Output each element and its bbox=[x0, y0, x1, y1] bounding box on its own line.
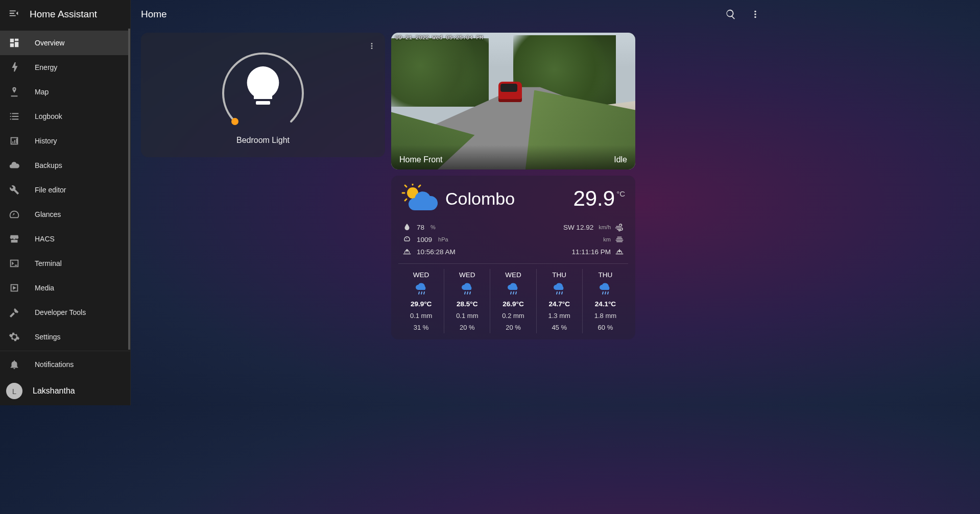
sidebar-item-label: Developer Tools bbox=[35, 308, 86, 316]
sidebar-item-label: Notifications bbox=[35, 360, 74, 369]
humidity-icon bbox=[402, 223, 412, 232]
sidebar-item-logbook[interactable]: Logbook bbox=[0, 104, 128, 129]
light-card[interactable]: Bedroom Light bbox=[141, 33, 385, 157]
sidebar-item-file-editor[interactable]: File editor bbox=[0, 178, 128, 202]
play-box-icon bbox=[8, 282, 20, 293]
forecast-humidity: 20 % bbox=[445, 324, 489, 331]
forecast-temp: 26.9°C bbox=[491, 300, 535, 308]
dashboard-col-1: Bedroom Light bbox=[141, 33, 385, 157]
rainy-icon bbox=[445, 283, 489, 296]
sidebar-item-label: Settings bbox=[35, 333, 61, 341]
forecast-humidity: 31 % bbox=[399, 324, 443, 331]
list-icon bbox=[8, 111, 20, 122]
lightbulb-icon bbox=[247, 66, 279, 105]
search-button[interactable] bbox=[721, 4, 741, 25]
sidebar-item-energy[interactable]: Energy bbox=[0, 55, 128, 80]
camera-timestamp: 09-21-2022 Wed 05:25:04 PM bbox=[395, 35, 483, 41]
svg-line-14 bbox=[465, 292, 465, 294]
sidebar-item-map[interactable]: Map bbox=[0, 80, 128, 104]
forecast-temp: 24.7°C bbox=[538, 300, 581, 308]
forecast-humidity: 60 % bbox=[584, 324, 627, 331]
forecast-humidity: 45 % bbox=[538, 324, 581, 331]
rainy-icon bbox=[491, 283, 535, 296]
bell-icon bbox=[8, 359, 20, 370]
rainy-icon bbox=[584, 283, 627, 296]
svg-line-9 bbox=[405, 199, 407, 201]
forecast-precip: 1.3 mm bbox=[538, 312, 581, 320]
weather-forecast: WED 29.9°C 0.1 mm 31 % WED 28.5°C 0.1 mm… bbox=[398, 263, 628, 333]
weather-wind: SW 12.92km/h bbox=[518, 223, 624, 232]
forecast-day-name: THU bbox=[538, 271, 581, 279]
avatar: L bbox=[6, 383, 22, 399]
sidebar-item-developer-tools[interactable]: Developer Tools bbox=[0, 300, 128, 325]
main: Home Bedroom Ligh bbox=[131, 0, 776, 405]
weather-sunset: 11:11:16 PM bbox=[518, 247, 624, 256]
svg-line-19 bbox=[516, 292, 516, 294]
svg-point-0 bbox=[231, 118, 238, 125]
rainy-icon bbox=[399, 283, 443, 296]
svg-line-13 bbox=[424, 292, 424, 294]
camera-status: Idle bbox=[614, 155, 627, 164]
svg-line-21 bbox=[559, 292, 560, 294]
sidebar-item-history[interactable]: History bbox=[0, 129, 128, 153]
search-icon bbox=[725, 9, 736, 20]
page-title: Home bbox=[141, 9, 716, 20]
forecast-precip: 0.1 mm bbox=[399, 312, 443, 320]
forecast-day: WED 28.5°C 0.1 mm 20 % bbox=[444, 269, 490, 333]
sidebar-item-notifications[interactable]: Notifications bbox=[0, 352, 130, 377]
sidebar-item-media[interactable]: Media bbox=[0, 276, 128, 300]
svg-line-10 bbox=[419, 185, 420, 187]
svg-line-11 bbox=[419, 292, 419, 294]
weather-pressure: 1009hPa bbox=[402, 235, 508, 244]
sidebar-item-label: Media bbox=[35, 284, 54, 292]
weather-meta: 78% SW 12.92km/h 1009hPa km bbox=[398, 221, 628, 263]
weather-temp-unit: °C bbox=[616, 189, 625, 198]
sidebar-collapse-icon[interactable] bbox=[8, 8, 19, 21]
wrench-icon bbox=[8, 184, 20, 195]
sunrise-icon bbox=[402, 247, 412, 256]
forecast-day-name: WED bbox=[491, 271, 535, 279]
forecast-day-name: WED bbox=[399, 271, 443, 279]
map-marker-icon bbox=[8, 86, 20, 97]
svg-line-7 bbox=[405, 185, 407, 187]
camera-name: Home Front bbox=[399, 155, 442, 164]
sidebar-user[interactable]: L Lakshantha bbox=[0, 377, 130, 405]
forecast-temp: 29.9°C bbox=[399, 300, 443, 308]
sidebar-item-glances[interactable]: Glances bbox=[0, 202, 128, 227]
sidebar-item-label: HACS bbox=[35, 235, 55, 243]
weather-temp: 29.9 °C bbox=[573, 186, 625, 211]
sidebar-item-label: File editor bbox=[35, 186, 66, 194]
forecast-day: THU 24.7°C 1.3 mm 45 % bbox=[537, 269, 583, 333]
forecast-precip: 0.1 mm bbox=[445, 312, 489, 320]
weather-sunrise: 10:56:28 AM bbox=[402, 247, 508, 256]
sidebar-item-terminal[interactable]: Terminal bbox=[0, 251, 128, 276]
sidebar-item-label: History bbox=[35, 137, 57, 145]
cloud-icon bbox=[8, 160, 20, 171]
camera-card[interactable]: 09-21-2022 Wed 05:25:04 PM Home Front Id… bbox=[391, 33, 635, 169]
app-title: Home Assistant bbox=[30, 9, 97, 20]
sidebar-item-settings[interactable]: Settings bbox=[0, 325, 128, 349]
svg-line-16 bbox=[470, 292, 470, 294]
partly-cloudy-icon bbox=[401, 184, 438, 213]
sidebar-item-label: Backups bbox=[35, 161, 62, 169]
sidebar-item-overview[interactable]: Overview bbox=[0, 31, 128, 55]
svg-line-15 bbox=[467, 292, 468, 294]
weather-visibility: km bbox=[518, 235, 624, 244]
light-card-more[interactable] bbox=[365, 39, 379, 53]
store-icon bbox=[8, 233, 20, 244]
sidebar-item-hacs[interactable]: HACS bbox=[0, 227, 128, 251]
sidebar-item-backups[interactable]: Backups bbox=[0, 153, 128, 178]
sidebar: Home Assistant Overview Energy Map Logbo… bbox=[0, 0, 131, 405]
svg-rect-1 bbox=[256, 101, 270, 105]
svg-line-18 bbox=[513, 292, 514, 294]
weather-card[interactable]: Colombo 29.9 °C 78% SW 12.92km/h bbox=[391, 176, 635, 339]
more-button[interactable] bbox=[745, 4, 766, 25]
sidebar-bottom: Notifications L Lakshantha bbox=[0, 352, 130, 405]
light-dial[interactable] bbox=[214, 45, 312, 132]
dashboard-icon bbox=[8, 37, 20, 48]
sidebar-separator bbox=[0, 351, 130, 351]
weather-location: Colombo bbox=[445, 189, 566, 209]
svg-line-24 bbox=[605, 292, 606, 294]
weather-humidity: 78% bbox=[402, 223, 508, 232]
forecast-temp: 28.5°C bbox=[445, 300, 489, 308]
